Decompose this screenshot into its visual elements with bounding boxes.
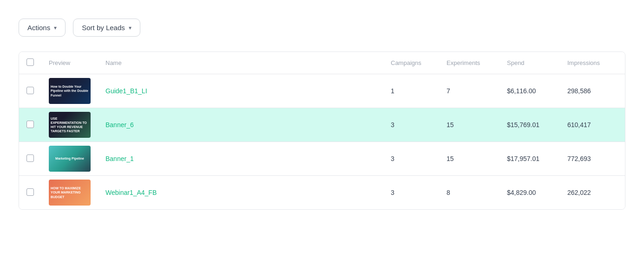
preview-thumbnail: HOW TO MAXIMIZE YOUR MARKETING BUDGET bbox=[49, 180, 91, 206]
row-checkbox-cell bbox=[19, 74, 41, 108]
table-row: HOW TO MAXIMIZE YOUR MARKETING BUDGET We… bbox=[19, 176, 625, 210]
header-impressions: Impressions bbox=[560, 52, 625, 74]
row-name-cell: Guide1_B1_LI bbox=[98, 74, 383, 108]
row-preview-cell: How to Double Your Pipeline with the Dou… bbox=[41, 74, 98, 108]
row-experiments-cell: 15 bbox=[439, 108, 499, 142]
row-campaigns-cell: 3 bbox=[383, 142, 439, 176]
row-name-link[interactable]: Webinar1_A4_FB bbox=[105, 189, 157, 196]
row-impressions-cell: 772,693 bbox=[560, 142, 625, 176]
row-spend-cell: $4,829.00 bbox=[499, 176, 560, 210]
header-campaigns: Campaigns bbox=[383, 52, 439, 74]
content-table: Preview Name Campaigns Experiments Spend… bbox=[19, 52, 625, 210]
actions-chevron-icon: ▾ bbox=[54, 25, 57, 31]
table-row: How to Double Your Pipeline with the Dou… bbox=[19, 74, 625, 108]
row-name-cell: Banner_6 bbox=[98, 108, 383, 142]
header-spend: Spend bbox=[499, 52, 560, 74]
row-preview-cell: Marketing Pipeline bbox=[41, 142, 98, 176]
row-name-link[interactable]: Banner_6 bbox=[105, 121, 134, 129]
row-impressions-cell: 298,586 bbox=[560, 74, 625, 108]
row-spend-cell: $15,769.01 bbox=[499, 108, 560, 142]
header-preview: Preview bbox=[41, 52, 98, 74]
preview-thumbnail: How to Double Your Pipeline with the Dou… bbox=[49, 78, 91, 104]
row-checkbox[interactable] bbox=[26, 87, 34, 94]
header-name: Name bbox=[98, 52, 383, 74]
table-row: Marketing Pipeline Banner_1 3 15 $17,957… bbox=[19, 142, 625, 176]
toolbar: Actions ▾ Sort by Leads ▾ bbox=[19, 19, 625, 37]
row-spend-cell: $17,957.01 bbox=[499, 142, 560, 176]
row-campaigns-cell: 1 bbox=[383, 74, 439, 108]
table-header-row: Preview Name Campaigns Experiments Spend… bbox=[19, 52, 625, 74]
row-preview-cell: HOW TO MAXIMIZE YOUR MARKETING BUDGET bbox=[41, 176, 98, 210]
row-checkbox[interactable] bbox=[26, 121, 34, 128]
row-campaigns-cell: 3 bbox=[383, 176, 439, 210]
actions-button[interactable]: Actions ▾ bbox=[19, 19, 66, 37]
row-name-link[interactable]: Guide1_B1_LI bbox=[105, 87, 147, 95]
sort-by-leads-button[interactable]: Sort by Leads ▾ bbox=[73, 19, 140, 37]
table-row: USE EXPERIMENTATION TO HIT YOUR REVENUE … bbox=[19, 108, 625, 142]
row-spend-cell: $6,116.00 bbox=[499, 74, 560, 108]
sort-label: Sort by Leads bbox=[82, 24, 125, 32]
row-name-link[interactable]: Banner_1 bbox=[105, 155, 134, 162]
row-name-cell: Webinar1_A4_FB bbox=[98, 176, 383, 210]
header-checkbox-cell bbox=[19, 52, 41, 74]
row-impressions-cell: 262,022 bbox=[560, 176, 625, 210]
select-all-checkbox[interactable] bbox=[26, 58, 34, 66]
row-preview-cell: USE EXPERIMENTATION TO HIT YOUR REVENUE … bbox=[41, 108, 98, 142]
row-checkbox-cell bbox=[19, 142, 41, 176]
preview-thumbnail: USE EXPERIMENTATION TO HIT YOUR REVENUE … bbox=[49, 112, 91, 138]
row-experiments-cell: 8 bbox=[439, 176, 499, 210]
row-checkbox[interactable] bbox=[26, 155, 34, 162]
row-name-cell: Banner_1 bbox=[98, 142, 383, 176]
row-experiments-cell: 15 bbox=[439, 142, 499, 176]
row-experiments-cell: 7 bbox=[439, 74, 499, 108]
row-campaigns-cell: 3 bbox=[383, 108, 439, 142]
row-checkbox-cell bbox=[19, 176, 41, 210]
row-checkbox-cell bbox=[19, 108, 41, 142]
header-experiments: Experiments bbox=[439, 52, 499, 74]
row-impressions-cell: 610,417 bbox=[560, 108, 625, 142]
actions-label: Actions bbox=[27, 24, 50, 32]
row-checkbox[interactable] bbox=[26, 188, 34, 196]
preview-thumbnail: Marketing Pipeline bbox=[49, 146, 91, 172]
sort-chevron-icon: ▾ bbox=[129, 25, 131, 31]
